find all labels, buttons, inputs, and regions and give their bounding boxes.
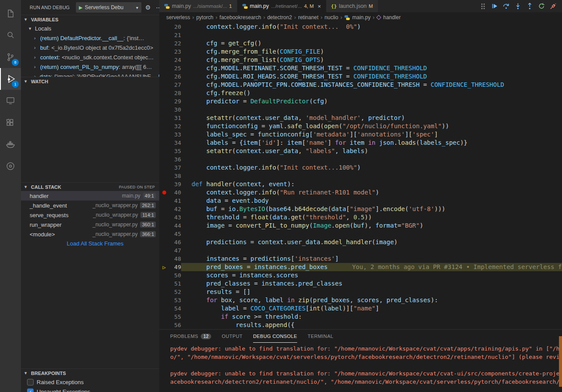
code-line[interactable]: 20 context.logger.info("Init context... … — [159, 23, 562, 31]
variables-section-header[interactable]: ▾ VARIABLES — [21, 15, 159, 24]
stack-frame-row[interactable]: _handle_event_nuclio_wrapper.py262:1 — [21, 201, 159, 210]
gutter[interactable] — [159, 313, 169, 321]
breadcrumb-item[interactable]: main.py — [352, 14, 370, 20]
code-line[interactable]: 22 cfg = get_cfg() — [159, 39, 562, 48]
code-line[interactable]: 43 threshold = float(data.get("threshold… — [159, 213, 562, 222]
gutter[interactable] — [159, 155, 169, 164]
panel-scrollbar[interactable] — [559, 336, 562, 387]
gutter[interactable] — [159, 230, 169, 238]
gutter[interactable] — [159, 172, 169, 180]
code-line[interactable]: 45 — [159, 230, 562, 238]
code-line[interactable]: 25 cfg.MODEL.RETINANET.SCORE_THRESH_TEST… — [159, 64, 562, 72]
drag-handle-icon[interactable] — [481, 3, 485, 9]
breadcrumb-item[interactable]: retinanet — [298, 14, 319, 20]
code-line[interactable]: 52 results = [] — [159, 288, 562, 296]
gutter[interactable] — [159, 280, 169, 288]
code-line[interactable]: 33 labels_spec = functionconfig['metadat… — [159, 130, 562, 139]
tab-output[interactable]: OUTPUT — [222, 330, 243, 343]
editor-tab[interactable]: {}launch.jsonM — [326, 0, 378, 12]
breakpoint-icon[interactable] — [162, 191, 166, 194]
gutter[interactable] — [159, 64, 169, 72]
gutter[interactable] — [159, 147, 169, 155]
locals-scope-row[interactable]: ▾ Locals — [21, 24, 159, 33]
code-line[interactable]: 35 setattr(context.user_data, "labels", … — [159, 147, 562, 155]
code-line[interactable]: 34 labels = {item['id']: item['name'] fo… — [159, 139, 562, 147]
gutter[interactable] — [159, 97, 169, 106]
code-line[interactable]: 28 cfg.freeze() — [159, 89, 562, 97]
gutter[interactable] — [159, 81, 169, 89]
gutter[interactable] — [159, 114, 169, 122]
gutter[interactable] — [159, 106, 169, 114]
continue-icon[interactable] — [491, 3, 498, 10]
variable-row[interactable]: ›buf: <_io.BytesIO object at 0x7f5a2dc1e… — [21, 43, 159, 52]
breadcrumb-item[interactable]: nuclio — [325, 14, 338, 20]
gutter[interactable] — [159, 188, 169, 197]
more-actions-icon[interactable]: ⋯ — [154, 4, 159, 11]
stack-frame-row[interactable]: serve_requests_nuclio_wrapper.py114:1 — [21, 210, 159, 220]
tab-terminal[interactable]: TERMINAL — [308, 330, 333, 343]
gutter[interactable] — [159, 296, 169, 304]
variable-row[interactable]: ›(return) DefaultPredictor.__call__: {'i… — [21, 33, 159, 43]
gutter[interactable] — [159, 39, 169, 48]
restart-icon[interactable] — [538, 3, 545, 10]
source-control-icon[interactable]: 8 — [0, 46, 21, 68]
code-line[interactable]: 41 data = event.body — [159, 197, 562, 205]
stack-frame-row[interactable]: <module>_nuclio_wrapper.py366:1 — [21, 229, 159, 239]
code-line[interactable]: 46 predictions = context.user_data.model… — [159, 238, 562, 246]
code-line[interactable]: 32 functionconfig = yaml.safe_load(open(… — [159, 122, 562, 130]
variable-row[interactable]: ›context: <nuclio_sdk.context.Context ob… — [21, 52, 159, 62]
breadcrumb-item[interactable]: facebookresearch — [219, 14, 261, 20]
explorer-icon[interactable] — [0, 3, 21, 24]
gutter[interactable] — [159, 72, 169, 81]
code-editor[interactable]: 20 context.logger.info("Init context... … — [159, 23, 562, 329]
gutter[interactable] — [159, 213, 169, 222]
code-line[interactable]: 42 buf = io.BytesIO(base64.b64decode(dat… — [159, 205, 562, 213]
code-line[interactable]: 55 if score >= threshold: — [159, 313, 562, 321]
code-line[interactable]: 21 — [159, 31, 562, 39]
code-line[interactable]: 27 cfg.MODEL.PANOPTIC_FPN.COMBINE.INSTAN… — [159, 81, 562, 89]
code-line[interactable]: 38 — [159, 172, 562, 180]
gutter[interactable] — [159, 238, 169, 246]
code-line[interactable]: 24 cfg.merge_from_list(CONFIG_OPTS) — [159, 56, 562, 64]
code-line[interactable]: 30 — [159, 106, 562, 114]
code-line[interactable]: 29 predictor = DefaultPredictor(cfg) — [159, 97, 562, 106]
code-line[interactable]: 53 for box, score, label in zip(pred_box… — [159, 296, 562, 304]
gutter[interactable] — [159, 164, 169, 172]
search-icon[interactable] — [0, 24, 21, 46]
code-line[interactable]: 48 instances = predictions['instances'] — [159, 255, 562, 263]
code-line[interactable]: 54 label = COCO_CATEGORIES[int(label)]["… — [159, 304, 562, 313]
gutter[interactable] — [159, 56, 169, 64]
raised-exceptions-option[interactable]: Raised Exceptions — [21, 377, 159, 387]
disconnect-icon[interactable] — [550, 3, 557, 10]
start-debugging-icon[interactable]: ▶ — [79, 5, 82, 10]
gutter[interactable] — [159, 197, 169, 205]
gutter[interactable] — [159, 31, 169, 39]
gutter[interactable] — [159, 139, 169, 147]
breadcrumb-item[interactable]: handler — [383, 14, 401, 20]
code-line[interactable]: 56 results.append({ — [159, 321, 562, 329]
gutter[interactable] — [159, 246, 169, 255]
docker-icon[interactable] — [0, 133, 21, 155]
editor-tab[interactable]: main.py.../siammask/...1 — [159, 0, 237, 12]
stack-frame-row[interactable]: run_wrapper_nuclio_wrapper.py360:1 — [21, 220, 159, 229]
gutter[interactable] — [159, 222, 169, 230]
code-line[interactable]: 31 setattr(context.user_data, 'model_han… — [159, 114, 562, 122]
code-line[interactable]: 26 cfg.MODEL.ROI_HEADS.SCORE_THRESH_TEST… — [159, 72, 562, 81]
gear-icon[interactable]: ⚙ — [144, 4, 152, 11]
step-out-icon[interactable] — [526, 3, 533, 10]
code-line[interactable]: 39def handler(context, event): — [159, 180, 562, 188]
debug-console-output[interactable]: pydev debugger: unable to find translati… — [159, 343, 562, 386]
gutter[interactable] — [159, 321, 169, 329]
code-line[interactable]: 37 context.logger.info("Init context...1… — [159, 164, 562, 172]
gutter[interactable] — [159, 122, 169, 130]
debug-config-dropdown[interactable]: ▶ Serverless Debu ▾ — [76, 2, 141, 13]
run-and-debug-icon[interactable]: 1 — [0, 68, 21, 90]
remote-explorer-icon[interactable] — [0, 90, 21, 112]
plugin-circle-icon[interactable] — [0, 155, 21, 177]
breadcrumb-item[interactable]: serverless — [166, 14, 190, 20]
gutter[interactable] — [159, 89, 169, 97]
checkbox-checked[interactable]: ✓ — [27, 389, 34, 392]
gutter[interactable] — [159, 205, 169, 213]
code-line[interactable]: 51 pred_classes = instances.pred_classes — [159, 280, 562, 288]
uncaught-exceptions-option[interactable]: ✓ Uncaught Exceptions — [21, 387, 159, 392]
